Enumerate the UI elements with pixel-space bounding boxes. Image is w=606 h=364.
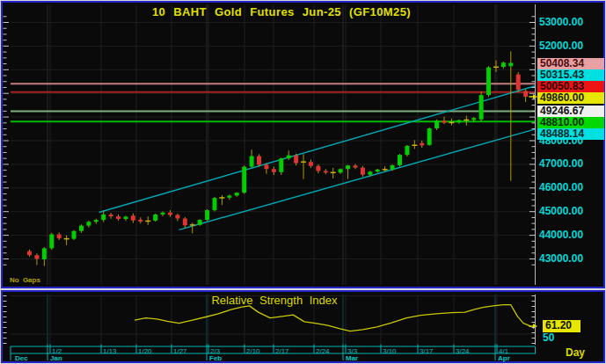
- rsi-scale-50-label: 50: [543, 331, 554, 344]
- trading-terminal: 53000.0052000.0051000.0050000.0049000.00…: [0, 0, 606, 364]
- main-chart-panel[interactable]: [1, 1, 605, 288]
- no-gaps-label: No Gaps: [10, 276, 40, 284]
- period-label: Day: [566, 346, 585, 359]
- chart-title: 10 BAHT Gold Futures Jun-25 (GF10M25): [18, 5, 545, 18]
- rsi-title: Relative Strength Index: [12, 294, 537, 307]
- rsi-current-value-badge: 61.20: [543, 320, 580, 332]
